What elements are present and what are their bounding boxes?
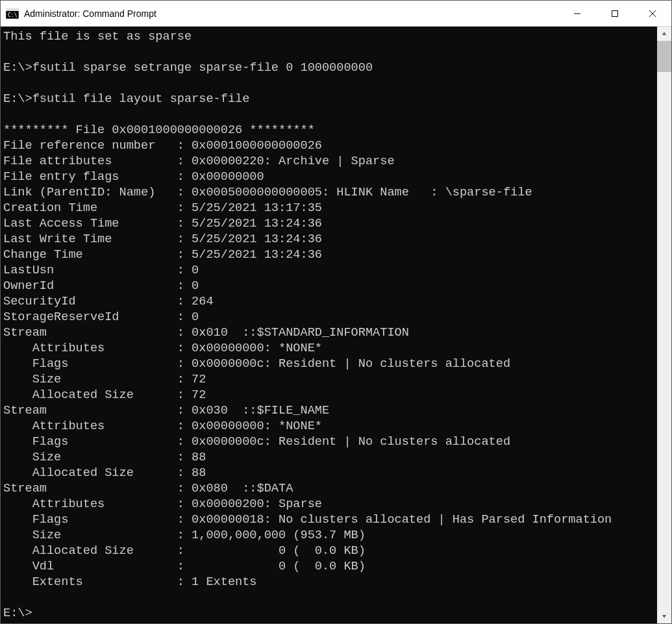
window-title: Administrator: Command Prompt <box>24 8 558 19</box>
scroll-up-button[interactable] <box>657 27 671 41</box>
window-controls <box>558 1 671 26</box>
svg-rect-4 <box>612 10 618 16</box>
client-area: This file is set as sparse E:\>fsutil sp… <box>1 27 671 623</box>
cmd-window: C:\ Administrator: Command Prompt This f… <box>0 0 672 624</box>
terminal-output[interactable]: This file is set as sparse E:\>fsutil sp… <box>1 27 657 623</box>
close-button[interactable] <box>634 1 671 26</box>
cmd-icon: C:\ <box>6 8 19 19</box>
titlebar[interactable]: C:\ Administrator: Command Prompt <box>1 1 671 27</box>
vertical-scrollbar[interactable] <box>657 27 671 623</box>
svg-marker-7 <box>662 32 666 35</box>
scroll-thumb[interactable] <box>657 41 671 72</box>
maximize-button[interactable] <box>596 1 634 26</box>
svg-text:C:\: C:\ <box>8 12 18 18</box>
scroll-down-button[interactable] <box>657 609 671 623</box>
svg-rect-1 <box>6 8 19 11</box>
svg-marker-8 <box>662 615 666 618</box>
minimize-button[interactable] <box>558 1 596 26</box>
